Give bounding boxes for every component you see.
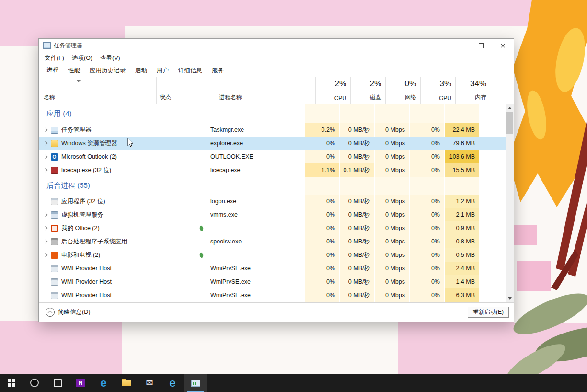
gpu-cell: 0% [409, 288, 444, 302]
tab-startup[interactable]: 启动 [130, 64, 152, 77]
cpu-cell: 1.1% [304, 163, 339, 177]
memory-cell: 0.5 MB [444, 248, 479, 262]
app-icon [51, 278, 58, 286]
taskbar-file-explorer-button[interactable] [115, 374, 138, 392]
menu-view[interactable]: 查看(V) [96, 53, 124, 64]
tab-performance[interactable]: 性能 [63, 64, 85, 77]
tabstrip: 进程 性能 应用历史记录 启动 用户 详细信息 服务 [39, 64, 514, 77]
taskbar [0, 374, 587, 392]
close-button[interactable] [492, 39, 514, 52]
name-column-header[interactable]: 名称 [39, 77, 156, 104]
process-name-column-header[interactable]: 进程名称 [216, 77, 315, 104]
disk-cell: 0.1 MB/秒 [339, 163, 374, 177]
suspended-leaf-icon [198, 225, 205, 231]
tab-processes[interactable]: 进程 [42, 64, 63, 77]
taskbar-internet-explorer-button[interactable] [161, 374, 184, 392]
disk-cell: 0 MB/秒 [339, 208, 374, 221]
gpu-cell: 0% [409, 221, 444, 235]
process-row[interactable]: WMI Provider Host WmiPrvSE.exe 0% 0 MB/秒… [39, 262, 506, 275]
taskbar-task-manager-button[interactable] [184, 374, 207, 392]
memory-cell: 2.4 MB [444, 262, 479, 275]
scroll-down-button[interactable] [506, 294, 514, 302]
fewer-details-toggle[interactable]: 简略信息(D) [44, 307, 92, 318]
taskbar-start-button[interactable] [0, 374, 23, 392]
minimize-button[interactable] [449, 39, 471, 52]
cortana-icon [30, 379, 39, 387]
process-name: 我的 Office (2) [61, 224, 100, 232]
process-row[interactable]: Windows 资源管理器 explorer.exe 0% 0 MB/秒 0 M… [39, 137, 506, 150]
tab-details[interactable]: 详细信息 [173, 64, 207, 77]
process-row[interactable]: 电影和电视 (2) 0% 0 MB/秒 0 Mbps 0% 0.5 MB [39, 248, 506, 262]
scrollbar-track[interactable] [506, 112, 514, 294]
process-name: 虚拟机管理服务 [61, 211, 104, 219]
app-icon [51, 211, 58, 219]
expand-chevron-icon[interactable] [43, 128, 48, 131]
status-column-header[interactable]: 状态 [156, 77, 216, 104]
gpu-column-header[interactable]: 3% GPU [420, 77, 455, 104]
group-header-row[interactable]: 应用 (4) [39, 104, 506, 123]
expand-chevron-icon[interactable] [43, 227, 48, 230]
process-row[interactable]: 我的 Office (2) 0% 0 MB/秒 0 Mbps 0% 0.9 MB [39, 221, 506, 235]
taskbar-mail-button[interactable] [138, 374, 161, 392]
memory-column-header[interactable]: 34% 内存 [455, 77, 490, 104]
process-name: WMI Provider Host [61, 278, 112, 285]
process-row[interactable]: licecap.exe (32 位) licecap.exe 1.1% 0.1 … [39, 163, 506, 177]
taskbar-onenote-button[interactable] [69, 374, 92, 392]
tab-app-history[interactable]: 应用历史记录 [85, 64, 130, 77]
disk-cell: 0 MB/秒 [339, 150, 374, 163]
network-cell: 0 Mbps [374, 288, 409, 302]
expand-chevron-icon[interactable] [43, 142, 48, 145]
process-row[interactable]: WMI Provider Host WmiPrvSE.exe 0% 0 MB/秒… [39, 275, 506, 288]
expand-chevron-icon[interactable] [43, 254, 48, 256]
scrollbar-thumb[interactable] [506, 112, 513, 134]
group-gpu-cell [409, 104, 444, 123]
process-row[interactable]: Microsoft Outlook (2) OUTLOOK.EXE 0% 0 M… [39, 150, 506, 163]
expand-chevron-icon[interactable] [43, 213, 48, 216]
memory-cell: 2.1 MB [444, 208, 479, 221]
maximize-button[interactable] [471, 39, 492, 52]
group-memory-cell [444, 177, 479, 195]
process-row[interactable]: 虚拟机管理服务 vmms.exe 0% 0 MB/秒 0 Mbps 0% 2.1… [39, 208, 506, 221]
cpu-column-header[interactable]: 2% CPU [315, 77, 350, 104]
app-icon [51, 252, 58, 259]
network-cell: 0 Mbps [374, 262, 409, 275]
network-column-header[interactable]: 0% 网络 [385, 77, 420, 104]
taskbar-task-view-button[interactable] [46, 374, 69, 392]
tab-users[interactable]: 用户 [152, 64, 173, 77]
process-name: 应用程序 (32 位) [61, 197, 105, 206]
gpu-cell: 0% [409, 163, 444, 177]
scroll-up-button[interactable] [506, 104, 514, 112]
expand-chevron-icon[interactable] [43, 169, 48, 172]
disk-cell: 0 MB/秒 [339, 288, 374, 302]
cpu-cell: 0% [304, 288, 339, 302]
process-name: Windows 资源管理器 [61, 139, 117, 148]
process-row[interactable]: 应用程序 (32 位) logon.exe 0% 0 MB/秒 0 Mbps 0… [39, 195, 506, 208]
memory-cell: 0.9 MB [444, 221, 479, 235]
cpu-cell: 0% [304, 208, 339, 221]
menu-options[interactable]: 选项(O) [68, 53, 96, 64]
process-row[interactable]: 任务管理器 Taskmgr.exe 0.2% 0 MB/秒 0 Mbps 0% … [39, 123, 506, 137]
process-row[interactable]: 后台处理程序子系统应用 spoolsv.exe 0% 0 MB/秒 0 Mbps… [39, 235, 506, 248]
disk-column-header[interactable]: 2% 磁盘 [350, 77, 385, 104]
expand-chevron-icon[interactable] [43, 240, 48, 243]
group-header-row[interactable]: 后台进程 (55) [39, 177, 506, 195]
titlebar[interactable]: 任务管理器 [39, 39, 514, 52]
menu-file[interactable]: 文件(F) [41, 53, 68, 64]
network-cell: 0 Mbps [374, 221, 409, 235]
taskbar-cortana-button[interactable] [23, 374, 46, 392]
group-network-cell [374, 177, 409, 195]
tab-services[interactable]: 服务 [207, 64, 229, 77]
scroll-up-icon [508, 107, 512, 109]
app-icon [51, 238, 58, 245]
gpu-cell: 0% [409, 235, 444, 248]
process-row[interactable]: WMI Provider Host WmiPrvSE.exe 0% 0 MB/秒… [39, 288, 506, 302]
app-icon [51, 153, 58, 161]
vertical-scrollbar[interactable] [506, 104, 514, 302]
disk-cell: 0 MB/秒 [339, 262, 374, 275]
network-cell: 0 Mbps [374, 208, 409, 221]
memory-cell: 6.3 MB [444, 288, 479, 302]
restart-button[interactable]: 重新启动(E) [468, 307, 509, 318]
taskbar-edge-button[interactable] [92, 374, 115, 392]
expand-chevron-icon[interactable] [43, 155, 48, 158]
mail-icon [146, 379, 153, 388]
